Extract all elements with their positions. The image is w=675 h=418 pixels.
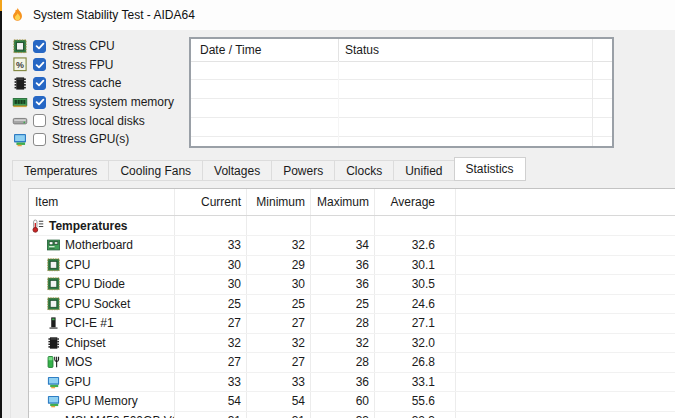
stress-system-memory-row: Stress system memory [12, 93, 174, 112]
minimum-value: 32 [246, 238, 310, 252]
average-value: 33.1 [374, 375, 455, 389]
table-row-cpu[interactable]: CPU30293630.1 [29, 256, 675, 276]
flame-icon [9, 7, 26, 24]
cpu-chip-icon [12, 39, 28, 54]
gpu-monitor-icon [46, 375, 61, 389]
window-left-edge [0, 0, 2, 418]
titlebar: System Stability Test - AIDA64 [2, 0, 675, 30]
current-value: 27 [174, 355, 246, 369]
minimum-value: 27 [246, 355, 310, 369]
stats-column-maximum[interactable]: Maximum [310, 195, 374, 209]
stress-fpu-checkbox[interactable] [33, 58, 46, 71]
table-row-motherboard[interactable]: Motherboard33323432.6 [29, 236, 675, 256]
item-label: MSI M450 500GB V1 [65, 414, 174, 418]
stress-gpus-label: Stress GPU(s) [52, 132, 129, 146]
stats-column-average[interactable]: Average [374, 195, 455, 209]
table-row-pci-e-1[interactable]: PCI-E #127272827.1 [29, 314, 675, 334]
table-row-gpu-memory[interactable]: GPU Memory54546055.6 [29, 392, 675, 412]
tab-pane-edge [10, 180, 11, 418]
cache-chip-icon [12, 76, 28, 91]
mos-icon [46, 355, 61, 369]
maximum-value: 28 [310, 355, 374, 369]
stress-system-memory-checkbox[interactable] [33, 96, 46, 109]
item-label: CPU Diode [65, 277, 125, 291]
log-column-divider [338, 61, 339, 146]
minimum-value: 31 [246, 414, 310, 418]
maximum-value: 60 [310, 394, 374, 408]
table-row-cpu-diode[interactable]: CPU Diode30303630.5 [29, 275, 675, 295]
pcie-slot-icon [46, 316, 61, 330]
maximum-value: 33 [310, 414, 374, 418]
cpu-chip-icon [46, 277, 61, 291]
current-value: 30 [174, 258, 246, 272]
thermometer-icon [31, 218, 45, 234]
average-value: 32.0 [374, 336, 455, 350]
average-value: 32.6 [374, 238, 455, 252]
average-value: 30.1 [374, 258, 455, 272]
tab-temperatures[interactable]: Temperatures [12, 160, 109, 181]
item-label: GPU [65, 375, 91, 389]
stress-fpu-row: %Stress FPU [12, 56, 174, 75]
tab-voltages[interactable]: Voltages [202, 160, 272, 181]
stress-cache-checkbox[interactable] [33, 77, 46, 90]
stats-column-item[interactable]: Item [29, 195, 174, 209]
tab-unified[interactable]: Unified [393, 160, 454, 181]
svg-text:%: % [16, 60, 24, 70]
stress-cache-label: Stress cache [52, 76, 121, 90]
stress-cpu-checkbox[interactable] [33, 40, 46, 53]
minimum-value: 25 [246, 297, 310, 311]
system-stability-test-window: System Stability Test - AIDA64 Stress CP… [0, 0, 675, 418]
gpu-monitor-icon [46, 394, 61, 408]
log-column-status[interactable]: Status [345, 43, 379, 57]
window-title: System Stability Test - AIDA64 [33, 8, 195, 22]
stress-local-disks-label: Stress local disks [52, 114, 145, 128]
tab-bar: TemperaturesCooling FansVoltagesPowersCl… [12, 157, 526, 181]
maximum-value: 25 [310, 297, 374, 311]
log-header-divider [191, 61, 612, 62]
item-label: Motherboard [65, 238, 133, 252]
log-row-divider [191, 117, 612, 118]
current-value: 33 [174, 375, 246, 389]
average-value: 24.6 [374, 297, 455, 311]
current-value: 30 [174, 277, 246, 291]
cpu-chip-icon [46, 258, 61, 272]
memory-module-icon [12, 95, 28, 110]
stress-system-memory-label: Stress system memory [52, 95, 174, 109]
tab-clocks[interactable]: Clocks [334, 160, 394, 181]
motherboard-icon [46, 238, 61, 252]
table-row-gpu[interactable]: GPU33333633.1 [29, 373, 675, 393]
log-row-divider [191, 98, 612, 99]
window-left-edge-accent [0, 0, 2, 11]
gpu-monitor-icon [12, 132, 28, 147]
tab-statistics[interactable]: Statistics [454, 157, 526, 181]
current-value: 33 [174, 238, 246, 252]
stats-group-temperatures[interactable]: Temperatures [29, 216, 675, 236]
table-row-cpu-socket[interactable]: CPU Socket25252524.6 [29, 295, 675, 315]
minimum-value: 27 [246, 316, 310, 330]
table-row-mos[interactable]: MOS27272826.8 [29, 353, 675, 373]
average-value: 55.6 [374, 394, 455, 408]
log-row-divider [191, 136, 612, 137]
stats-column-current[interactable]: Current [174, 195, 246, 209]
maximum-value: 36 [310, 277, 374, 291]
hard-disk-icon [46, 414, 61, 418]
current-value: 27 [174, 316, 246, 330]
table-row-chipset[interactable]: Chipset32323232.0 [29, 334, 675, 354]
item-label: Chipset [65, 336, 106, 350]
log-column-date-time[interactable]: Date / Time [200, 43, 261, 57]
stats-rows: TemperaturesMotherboard33323432.6CPU3029… [29, 216, 675, 418]
stress-cpu-row: Stress CPU [12, 37, 174, 56]
tab-powers[interactable]: Powers [271, 160, 335, 181]
stats-column-minimum[interactable]: Minimum [246, 195, 310, 209]
stress-gpus-checkbox[interactable] [33, 133, 46, 146]
tab-cooling-fans[interactable]: Cooling Fans [108, 160, 203, 181]
log-column-divider [338, 39, 339, 61]
stress-local-disks-row: Stress local disks [12, 111, 174, 130]
stress-cache-row: Stress cache [12, 74, 174, 93]
minimum-value: 29 [246, 258, 310, 272]
table-row-msi-m450-500gb-v1[interactable]: MSI M450 500GB V131313332.3 [29, 412, 675, 418]
cpu-chip-icon [46, 297, 61, 311]
statistics-table: Item Current Minimum Maximum Average Tem… [28, 188, 675, 418]
stress-local-disks-checkbox[interactable] [33, 114, 46, 127]
stats-header-row: Item Current Minimum Maximum Average [29, 189, 675, 216]
